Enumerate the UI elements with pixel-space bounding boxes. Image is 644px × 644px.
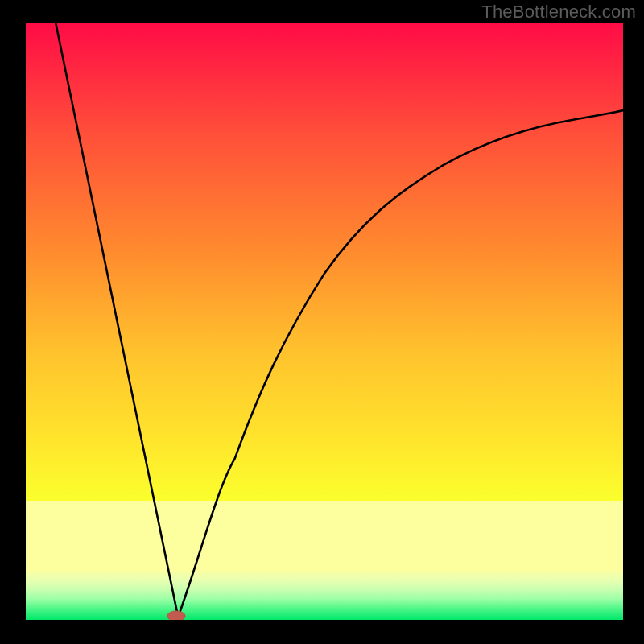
valley-marker [167,611,185,620]
frame: TheBottleneck.com [0,0,644,644]
watermark: TheBottleneck.com [481,2,636,23]
gradient-background [26,23,623,620]
bottleneck-chart [26,23,623,620]
chart-svg [26,23,623,620]
